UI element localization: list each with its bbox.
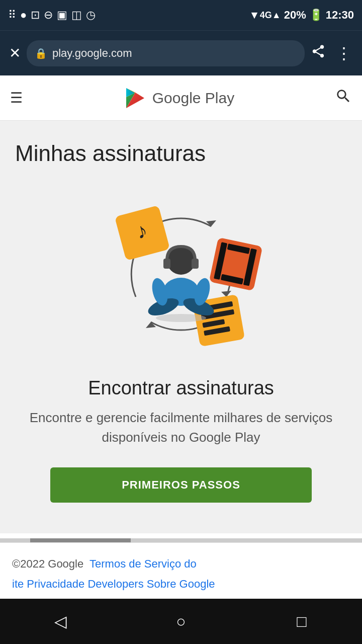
vibrate-icon: ◫ — [71, 9, 82, 22]
get-started-button[interactable]: PRIMEIROS PASSOS — [50, 467, 312, 503]
terms-link[interactable]: Termos de Serviço do — [89, 557, 197, 570]
find-subscriptions-desc: Encontre e gerencie facilmente milhares … — [15, 408, 347, 447]
scroll-indicator — [0, 538, 362, 542]
main-content: Minhas assinaturas ♪ — [0, 121, 362, 533]
close-tab-button[interactable]: ✕ — [9, 45, 21, 61]
battery-percent: 20% — [284, 9, 306, 22]
alarm-icon: ◷ — [86, 9, 96, 22]
home-button[interactable]: ○ — [161, 601, 201, 641]
back-button[interactable]: ◁ — [40, 601, 80, 641]
svg-marker-6 — [146, 322, 156, 328]
recents-button[interactable]: □ — [282, 601, 322, 641]
footer: ©2022 Google Termos de Serviço do ite Pr… — [0, 542, 362, 599]
svg-point-28 — [156, 314, 206, 322]
url-bar[interactable]: 🔒 play.google.com — [27, 40, 305, 66]
translate-icon: ⊡ — [31, 9, 40, 22]
signal-icon: 4G▲ — [260, 10, 281, 21]
image-icon: ▣ — [57, 9, 67, 22]
url-text: play.google.com — [52, 47, 132, 60]
google-play-logo: Google Play — [23, 86, 335, 110]
gplay-header: ☰ — [0, 75, 362, 121]
nav-bar: ◁ ○ □ — [0, 599, 362, 644]
page-title: Minhas assinaturas — [15, 141, 206, 166]
more-menu-button[interactable]: ⋮ — [336, 44, 353, 63]
status-icons-right: ▾ 4G▲ 20% 🔋 12:30 — [251, 9, 354, 22]
find-subscriptions-title: Encontrar assinaturas — [88, 377, 274, 399]
privacy-link[interactable]: ite Privacidade Developers Sobre Google — [12, 578, 215, 590]
svg-rect-22 — [192, 259, 199, 269]
status-icons-left: ⠿ ● ⊡ ⊖ ▣ ◫ ◷ — [8, 9, 96, 22]
mute-icon: ⊖ — [44, 9, 53, 22]
status-bar: ⠿ ● ⊡ ⊖ ▣ ◫ ◷ ▾ 4G▲ 20% 🔋 12:30 — [0, 0, 362, 30]
lock-icon: 🔒 — [35, 47, 47, 59]
copyright-text: ©2022 Google — [12, 557, 83, 570]
time: 12:30 — [326, 9, 354, 22]
wifi-icon: ▾ — [251, 9, 257, 22]
browser-actions: ⋮ — [311, 44, 353, 63]
battery-icon: 🔋 — [309, 9, 323, 22]
svg-marker-4 — [206, 220, 216, 226]
search-button[interactable] — [335, 88, 352, 108]
message-icon: ⠿ — [8, 9, 16, 22]
hamburger-menu-button[interactable]: ☰ — [10, 90, 23, 106]
whatsapp-icon: ● — [20, 9, 27, 22]
play-logo-icon — [123, 86, 147, 110]
google-play-label: Google Play — [152, 90, 234, 107]
subscriptions-illustration: ♪ — [85, 186, 277, 362]
share-button[interactable] — [311, 44, 326, 62]
browser-bar: ✕ 🔒 play.google.com ⋮ — [0, 30, 362, 75]
svg-rect-21 — [163, 259, 170, 269]
